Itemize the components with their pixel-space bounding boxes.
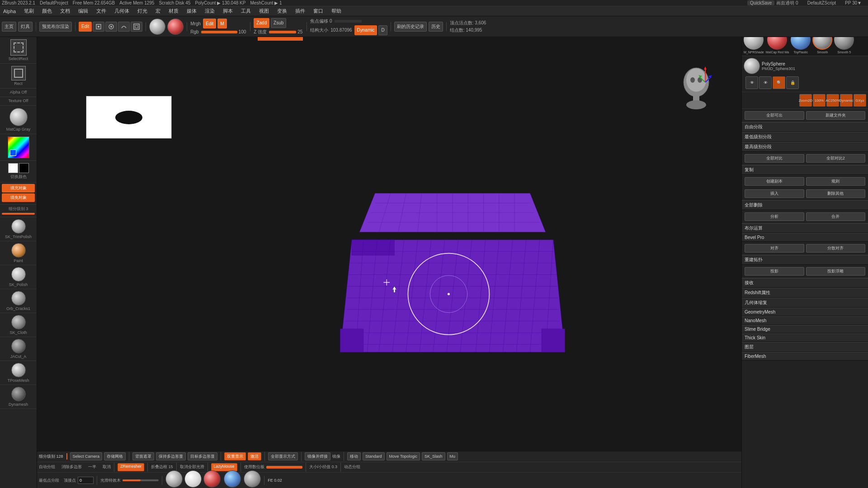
frame-button[interactable] (131, 22, 142, 32)
preview-render-button[interactable]: 预览布尔渲染 (39, 22, 72, 32)
quicksave-label[interactable]: QuickSave (747, 0, 774, 5)
save-mesh-button[interactable]: 存储网格 (104, 452, 126, 460)
rect-button[interactable] (11, 66, 26, 80)
keep-poly-button[interactable]: 保持多边形显 (156, 452, 186, 460)
polysphere-sphere[interactable] (744, 58, 760, 74)
eye-icon[interactable]: 👁 (745, 76, 758, 89)
fill-obj2-button[interactable]: 填免对象 (2, 193, 35, 202)
select-camera-button[interactable]: Select Camera (70, 452, 103, 460)
menu-tool[interactable]: 工具 (240, 8, 252, 14)
menu-brush[interactable]: 笔刷 (23, 8, 35, 14)
bevel-section[interactable]: Bevel Pro (742, 233, 868, 242)
mat-sphere-claybuildup[interactable] (203, 470, 221, 488)
home-button[interactable]: 主页 (2, 22, 16, 32)
lock-icon[interactable]: 🔒 (786, 76, 799, 89)
copy-section[interactable]: 复制 (742, 165, 868, 175)
project-relief-button[interactable]: 投影浮雕 (806, 267, 866, 276)
menu-material[interactable]: 材质 (167, 8, 180, 14)
focal-bar[interactable] (335, 20, 362, 23)
brush-paint[interactable]: Paint (0, 241, 37, 265)
mrgh-edit-button[interactable]: Edit (203, 19, 216, 28)
smooth-button[interactable] (118, 22, 130, 32)
mat-sphere-clayfill[interactable] (165, 470, 183, 488)
move-button[interactable] (93, 22, 104, 32)
fill-obj-button[interactable]: 填充对象 (2, 184, 35, 192)
menu-file[interactable]: 文件 (95, 8, 108, 14)
thick-skin-section[interactable]: Thick Skin (742, 333, 868, 342)
create-copy-button[interactable]: 创建副本 (745, 177, 804, 186)
insert-button[interactable]: 插入 (745, 189, 804, 198)
active-button[interactable]: 激活 (248, 452, 261, 460)
brush-orb-cracks1[interactable]: Orb_Cracks1 (0, 289, 37, 313)
menu-script[interactable]: 脚本 (222, 8, 234, 14)
dynamic-button[interactable]: Dynamic (354, 25, 377, 35)
fibermesh-section[interactable]: FiberMesh (742, 352, 868, 361)
layer-section[interactable]: 图层 (742, 342, 868, 352)
d-button[interactable]: D (378, 25, 387, 35)
redshift-section[interactable]: Redshift属性 (742, 288, 868, 298)
zadd-button[interactable]: Zadd (254, 18, 269, 28)
geometry-reduce-section[interactable]: 几何体缩复 (742, 298, 868, 308)
light-button[interactable]: 灯具 (18, 22, 33, 32)
menu-edit[interactable]: 编辑 (77, 8, 90, 14)
rgb-strength-bar[interactable] (201, 31, 237, 33)
back-face-button[interactable]: 背面遮罩 (132, 452, 154, 460)
rebuild-topo-section[interactable]: 重建拓扑 (742, 255, 868, 265)
brush-sk-polish[interactable]: SK_Polish (0, 265, 37, 289)
menu-window[interactable]: 窗口 (312, 8, 325, 14)
history-button-2[interactable]: 历史 (429, 22, 443, 32)
menu-color[interactable]: 颜色 (41, 8, 53, 14)
auto-divide-section[interactable]: 自由分段 (742, 122, 868, 132)
scatter-align-button[interactable]: 分散对齐 (806, 244, 866, 253)
menu-light[interactable]: 灯光 (136, 8, 149, 14)
zoom100-icon[interactable]: 100% (813, 94, 826, 107)
subdivide-button[interactable]: 分析 (745, 212, 804, 221)
rules-button[interactable]: 规则 (806, 177, 866, 186)
black-swatch[interactable] (19, 163, 29, 173)
select-rect-button[interactable] (10, 39, 27, 56)
all-display-button[interactable]: 全部显示方式 (268, 452, 298, 460)
menu-render[interactable]: 渲染 (203, 8, 216, 14)
z-strength-bar[interactable] (269, 31, 296, 33)
standard-button[interactable]: Standard (363, 452, 385, 460)
mat-sphere-inflat[interactable] (244, 470, 261, 488)
sk-slash-button[interactable]: SK_Slash (422, 452, 445, 460)
matcap-sphere[interactable] (9, 108, 28, 126)
merge-join-button[interactable]: 镜像并焊接 (305, 452, 330, 460)
min-div-section[interactable]: 最低级别分段 (742, 132, 868, 142)
draw-button[interactable] (105, 22, 117, 32)
material-sphere-toolbar[interactable] (149, 19, 165, 35)
nanomesh-section[interactable]: NanoMesh (742, 316, 868, 325)
dual-display-button[interactable]: 双重显示 (224, 452, 246, 460)
slime-bridge-section[interactable]: Slime Bridge (742, 325, 868, 333)
white-swatch[interactable] (8, 163, 18, 173)
brush-jacut-a[interactable]: JACut_A (0, 337, 37, 361)
project-button[interactable]: 投影 (745, 267, 804, 276)
main-canvas[interactable] (37, 37, 741, 451)
menu-geometry[interactable]: 几何体 (113, 8, 131, 14)
ac250-icon[interactable]: AC250% (826, 94, 839, 107)
boolean-section[interactable]: 布尔运算 (742, 223, 868, 233)
delete-all-section[interactable]: 全部删除 (742, 200, 868, 210)
all-visible-button[interactable]: 全部可出 (745, 111, 804, 120)
brush-tposemesh[interactable]: TPoseMesh (0, 361, 37, 385)
m-button[interactable]: M (217, 19, 226, 28)
align-button[interactable]: 对齐 (745, 244, 804, 253)
all-compare2-button[interactable]: 全部对比2 (806, 154, 866, 163)
menu-view[interactable]: 视图 (258, 8, 270, 14)
zremesher-button[interactable]: ZRemesher (118, 463, 144, 471)
move-button-bottom[interactable]: 移动 (347, 452, 361, 460)
menu-transform[interactable]: 变换 (276, 8, 288, 14)
geometrymesh-section[interactable]: GeometryMesh (742, 308, 868, 316)
delete-others-button[interactable]: 删除其他 (806, 189, 866, 198)
zoom-icon[interactable]: 🔍 (773, 76, 785, 89)
color-indicator[interactable] (10, 150, 16, 156)
matcap-sphere-toolbar[interactable] (167, 19, 184, 35)
merge-button[interactable]: 合并 (806, 212, 866, 221)
max-div-section[interactable]: 最高级别分段 (742, 142, 868, 152)
use-tablet-bar[interactable] (266, 466, 302, 469)
brush-sk-trimpolish[interactable]: SK_TrimPolish (0, 217, 37, 241)
eye2-icon[interactable]: 👁 (759, 76, 772, 89)
menu-macro[interactable]: 宏 (154, 8, 162, 14)
dynamic-icon[interactable]: Dynamic (840, 94, 853, 107)
